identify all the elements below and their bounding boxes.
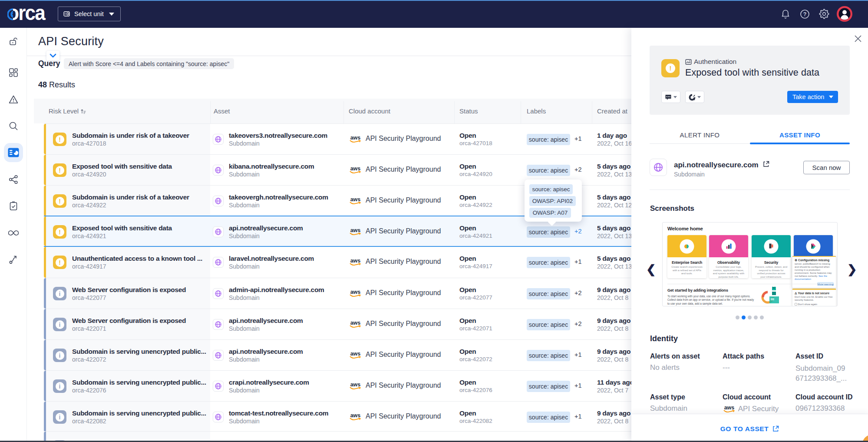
svg-text:?: ? [803,11,807,17]
svg-text:aws: aws [350,382,361,388]
svg-text:aws: aws [350,289,361,295]
svg-text:aws: aws [350,227,361,233]
svg-text:aws: aws [350,320,361,326]
svg-text:aws: aws [350,135,361,141]
svg-text:aws: aws [350,166,361,172]
svg-text:aws: aws [350,258,361,264]
svg-text:aws: aws [350,412,361,419]
svg-text:aws: aws [724,405,735,411]
svg-text:orca: orca [7,5,46,23]
svg-text:aws: aws [350,351,361,357]
svg-text:aws: aws [350,196,361,203]
